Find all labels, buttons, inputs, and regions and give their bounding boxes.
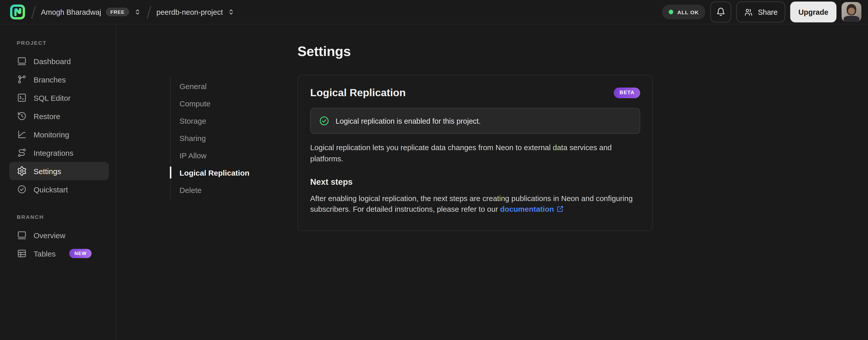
subnav-item-compute[interactable]: Compute — [171, 95, 257, 112]
subnav-item-sharing[interactable]: Sharing — [171, 129, 257, 147]
share-label: Share — [758, 8, 777, 16]
chevrons-up-down-icon — [227, 8, 235, 16]
user-avatar[interactable] — [842, 2, 861, 22]
sidebar-item-quickstart[interactable]: Quickstart — [9, 180, 109, 199]
subnav-item-delete[interactable]: Delete — [171, 181, 257, 199]
check-circle-icon — [319, 116, 330, 126]
chevrons-up-down-icon — [134, 8, 142, 16]
sidebar-item-monitoring[interactable]: Monitoring — [9, 125, 109, 144]
next-steps-text: After enabling logical replication, the … — [310, 193, 640, 215]
sidebar-item-dashboard[interactable]: Dashboard — [9, 52, 109, 70]
breadcrumb-divider — [147, 6, 151, 19]
next-steps-heading: Next steps — [310, 177, 640, 187]
alert-text: Logical replication is enabled for this … — [336, 117, 481, 125]
share-button[interactable]: Share — [737, 2, 785, 22]
subnav-item-logical-replication[interactable]: Logical Replication — [171, 164, 257, 181]
documentation-link[interactable]: documentation — [500, 205, 554, 214]
gear-icon — [17, 166, 27, 176]
chart-curve-icon — [17, 129, 27, 139]
breadcrumb-divider — [31, 6, 36, 19]
external-link-icon — [557, 205, 564, 213]
section-label: BRANCH — [17, 214, 109, 220]
users-icon — [744, 7, 753, 17]
table-icon — [17, 248, 27, 259]
page-title: Settings — [298, 44, 868, 60]
sidebar-section-project: PROJECT Dashboard Branches SQL Editor Re… — [9, 40, 109, 199]
topbar-right: ALL OK Share Upgrade — [662, 2, 861, 22]
bell-icon — [716, 7, 726, 17]
app-window: Amogh Bharadwaj FREE peerdb-neon-project… — [0, 0, 868, 340]
sidebar-item-branches[interactable]: Branches — [9, 70, 109, 89]
sidebar-item-sql-editor[interactable]: SQL Editor — [9, 89, 109, 107]
status-badge[interactable]: ALL OK — [662, 5, 706, 19]
sidebar-item-tables[interactable]: Tables NEW — [9, 244, 109, 263]
sidebar-section-branch: BRANCH Overview Tables NEW — [9, 214, 109, 263]
upgrade-button[interactable]: Upgrade — [790, 2, 836, 22]
new-badge: NEW — [69, 249, 92, 258]
settings-subnav: General Compute Storage Sharing IP Allow… — [170, 77, 257, 199]
project-name: peerdb-neon-project — [156, 8, 223, 16]
sidebar: PROJECT Dashboard Branches SQL Editor Re… — [0, 24, 117, 340]
window-icon — [17, 56, 27, 66]
subnav-item-storage[interactable]: Storage — [171, 112, 257, 129]
history-icon — [17, 111, 27, 121]
terminal-icon — [17, 93, 27, 103]
notifications-button[interactable] — [711, 2, 732, 22]
git-branch-icon — [17, 74, 27, 84]
sidebar-item-overview[interactable]: Overview — [9, 226, 109, 244]
avatar-photo — [847, 4, 856, 15]
subnav-item-general[interactable]: General — [171, 77, 257, 95]
topbar-left: Amogh Bharadwaj FREE peerdb-neon-project — [9, 4, 662, 20]
section-label: PROJECT — [17, 40, 109, 46]
window-icon — [17, 230, 27, 240]
content-area: PROJECT Dashboard Branches SQL Editor Re… — [0, 24, 868, 340]
subnav-item-ip-allow[interactable]: IP Allow — [171, 147, 257, 164]
sidebar-item-restore[interactable]: Restore — [9, 107, 109, 125]
project-switcher[interactable]: peerdb-neon-project — [156, 8, 235, 16]
card-header: Logical Replication BETA — [310, 87, 640, 99]
beta-badge: BETA — [614, 87, 640, 98]
sidebar-item-settings[interactable]: Settings — [9, 162, 109, 180]
org-name: Amogh Bharadwaj — [41, 8, 101, 16]
main-panel: Settings Logical Replication BETA Logica… — [298, 24, 868, 340]
neon-logo-icon[interactable] — [9, 4, 26, 20]
topbar: Amogh Bharadwaj FREE peerdb-neon-project… — [0, 0, 868, 24]
card-title: Logical Replication — [310, 87, 406, 99]
route-icon — [17, 148, 27, 158]
description-text: Logical replication lets you replicate d… — [310, 143, 640, 165]
logical-replication-card: Logical Replication BETA Logical replica… — [298, 75, 653, 231]
status-label: ALL OK — [677, 9, 699, 15]
sidebar-item-integrations[interactable]: Integrations — [9, 144, 109, 162]
check-circle-icon — [17, 184, 27, 194]
org-switcher[interactable]: Amogh Bharadwaj FREE — [41, 8, 142, 17]
plan-badge: FREE — [106, 8, 129, 17]
status-dot-icon — [669, 10, 673, 14]
success-alert: Logical replication is enabled for this … — [310, 108, 640, 134]
